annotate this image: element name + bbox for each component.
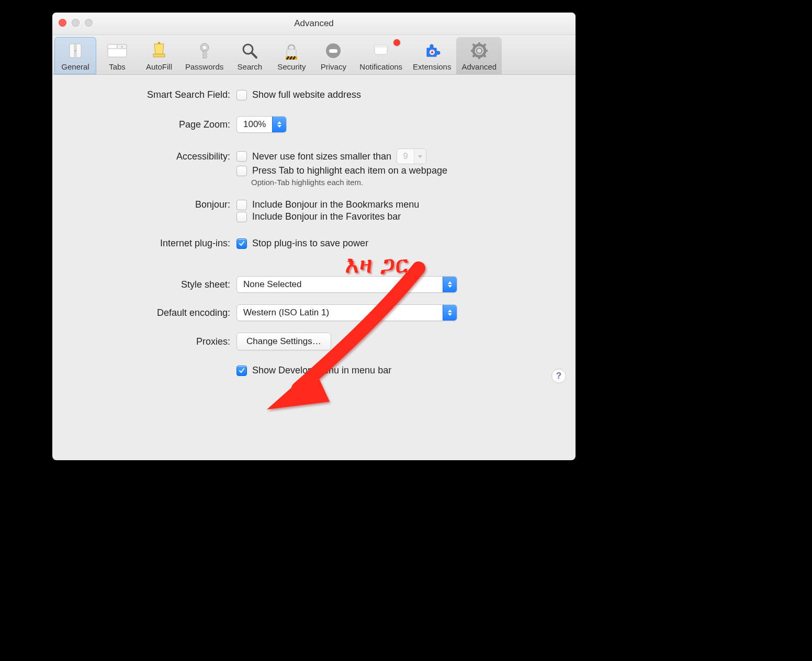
encoding-select[interactable]: Western (ISO Latin 1) bbox=[236, 304, 457, 321]
tab-label: General bbox=[61, 62, 89, 71]
svg-rect-18 bbox=[287, 49, 296, 56]
style-sheet-label: Style sheet: bbox=[73, 279, 236, 290]
notification-badge-icon bbox=[393, 39, 400, 46]
select-stepper-icon bbox=[443, 277, 457, 292]
svg-marker-9 bbox=[157, 42, 161, 44]
tab-label: Search bbox=[238, 62, 263, 71]
tab-passwords[interactable]: Passwords bbox=[180, 37, 229, 74]
tab-general[interactable]: General bbox=[54, 37, 96, 74]
passwords-icon bbox=[194, 40, 215, 61]
svg-rect-26 bbox=[375, 45, 387, 48]
style-sheet-value: None Selected bbox=[237, 279, 308, 290]
svg-rect-13 bbox=[205, 53, 208, 55]
show-develop-menu-checkbox[interactable] bbox=[236, 366, 247, 376]
tabs-icon: + bbox=[107, 40, 128, 61]
tab-search[interactable]: Search bbox=[229, 37, 270, 74]
window-title: Advanced bbox=[294, 18, 334, 29]
smart-search-label: Smart Search Field: bbox=[73, 89, 236, 100]
chevron-down-icon bbox=[414, 149, 426, 164]
proxies-label: Proxies: bbox=[73, 336, 236, 347]
svg-text:+: + bbox=[121, 44, 123, 49]
privacy-icon bbox=[323, 40, 344, 61]
tab-label: Notifications bbox=[359, 62, 402, 71]
svg-rect-7 bbox=[153, 54, 165, 57]
page-zoom-select[interactable]: 100% bbox=[236, 116, 287, 133]
stop-plugins-label: Stop plug-ins to save power bbox=[252, 238, 368, 249]
tab-label: Tabs bbox=[109, 62, 126, 71]
search-icon bbox=[239, 40, 260, 61]
svg-point-39 bbox=[477, 49, 481, 53]
window-controls bbox=[59, 19, 93, 27]
bonjour-label: Bonjour: bbox=[73, 199, 236, 210]
bonjour-bookmarks-checkbox[interactable] bbox=[236, 200, 247, 210]
zoom-window-button[interactable] bbox=[85, 19, 93, 27]
bonjour-bookmarks-label: Include Bonjour in the Bookmarks menu bbox=[252, 199, 419, 210]
accessibility-hint: Option-Tab highlights each item. bbox=[251, 178, 363, 187]
press-tab-label: Press Tab to highlight each item on a we… bbox=[252, 165, 447, 176]
tab-autofill[interactable]: AutoFill bbox=[138, 37, 180, 74]
advanced-gear-icon bbox=[469, 40, 490, 61]
tab-notifications[interactable]: Notifications bbox=[354, 37, 408, 74]
help-button[interactable]: ? bbox=[551, 369, 566, 383]
show-full-url-checkbox[interactable] bbox=[236, 90, 247, 100]
accessibility-label: Accessibility: bbox=[73, 151, 236, 162]
notifications-icon bbox=[370, 40, 391, 61]
min-font-checkbox[interactable] bbox=[236, 151, 247, 162]
select-stepper-icon bbox=[443, 305, 457, 321]
tab-label: Advanced bbox=[461, 62, 497, 71]
page-zoom-value: 100% bbox=[237, 119, 272, 130]
general-icon bbox=[65, 40, 86, 61]
plugins-label: Internet plug-ins: bbox=[73, 238, 236, 249]
tab-label: Passwords bbox=[185, 62, 223, 71]
svg-rect-24 bbox=[329, 49, 337, 53]
encoding-value: Western (ISO Latin 1) bbox=[237, 307, 335, 318]
tab-advanced[interactable]: Advanced bbox=[456, 37, 502, 74]
stop-plugins-checkbox[interactable] bbox=[236, 238, 247, 249]
style-sheet-select[interactable]: None Selected bbox=[236, 276, 457, 293]
svg-rect-4 bbox=[108, 44, 117, 49]
security-icon bbox=[281, 40, 302, 61]
show-develop-menu-label: Show Develop menu in menu bar bbox=[252, 365, 391, 376]
autofill-icon bbox=[149, 40, 170, 61]
tab-extensions[interactable]: Extensions bbox=[408, 37, 456, 74]
tab-label: Security bbox=[277, 62, 306, 71]
svg-line-16 bbox=[252, 53, 256, 58]
tab-tabs[interactable]: + Tabs bbox=[96, 37, 138, 74]
bonjour-favorites-label: Include Bonjour in the Favorites bar bbox=[252, 211, 401, 222]
tab-label: Privacy bbox=[321, 62, 346, 71]
preferences-window: Advanced General + Tabs AutoFill Passwor bbox=[52, 13, 576, 460]
svg-point-11 bbox=[203, 46, 206, 49]
svg-rect-14 bbox=[205, 56, 208, 58]
encoding-label: Default encoding: bbox=[73, 307, 236, 318]
min-font-value: 9 bbox=[397, 149, 414, 164]
show-full-url-label: Show full website address bbox=[252, 89, 361, 100]
select-stepper-icon bbox=[272, 117, 286, 132]
svg-rect-3 bbox=[108, 48, 127, 57]
tab-privacy[interactable]: Privacy bbox=[312, 37, 354, 74]
close-window-button[interactable] bbox=[59, 19, 66, 27]
change-settings-button[interactable]: Change Settings… bbox=[236, 333, 331, 350]
minimize-window-button[interactable] bbox=[72, 19, 80, 27]
preferences-toolbar: General + Tabs AutoFill Passwords Search bbox=[52, 35, 576, 75]
tab-label: Extensions bbox=[413, 62, 451, 71]
advanced-panel: Smart Search Field: Show full website ad… bbox=[52, 75, 576, 391]
extensions-icon bbox=[422, 40, 443, 61]
bonjour-favorites-checkbox[interactable] bbox=[236, 212, 247, 222]
svg-point-2 bbox=[75, 50, 76, 51]
page-zoom-label: Page Zoom: bbox=[73, 119, 236, 130]
svg-marker-8 bbox=[154, 44, 164, 54]
titlebar: Advanced bbox=[52, 13, 576, 35]
press-tab-checkbox[interactable] bbox=[236, 166, 247, 176]
min-font-stepper[interactable]: 9 bbox=[397, 149, 426, 164]
tab-security[interactable]: Security bbox=[270, 37, 312, 74]
min-font-label: Never use font sizes smaller than bbox=[252, 151, 391, 162]
tab-label: AutoFill bbox=[146, 62, 172, 71]
